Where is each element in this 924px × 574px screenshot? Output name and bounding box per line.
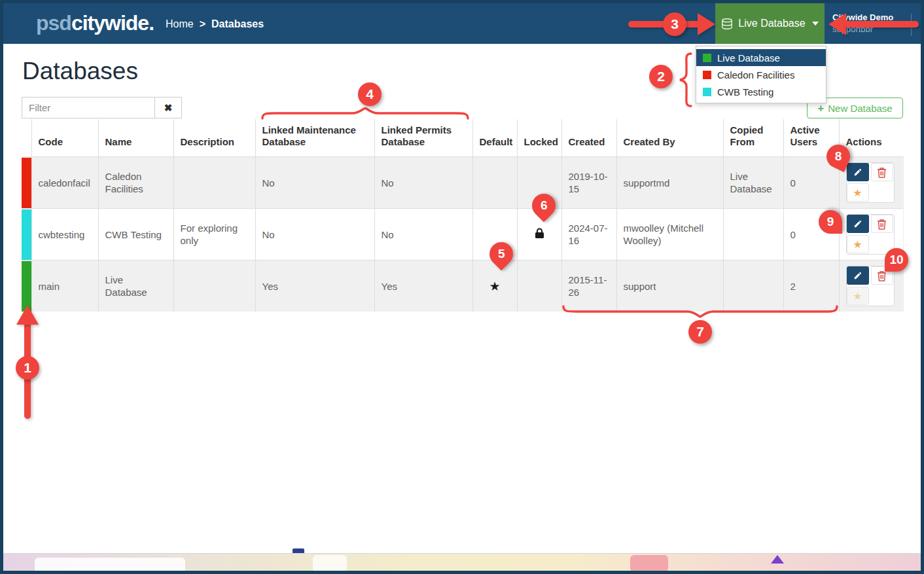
star-icon: ★	[853, 290, 862, 302]
plus-icon: +	[817, 103, 824, 114]
filter-input[interactable]	[22, 97, 155, 118]
cyan-swatch-icon	[703, 88, 711, 96]
page-title: Databases	[22, 58, 138, 85]
top-navbar: psdcitywide. Home>Databases Live Databas…	[3, 3, 921, 44]
callout-3-badge: 3	[663, 12, 686, 36]
databases-table: Code Name Description Linked Maintenance…	[22, 119, 904, 312]
breadcrumb-separator: >	[200, 18, 205, 29]
dropdown-item-label: Caledon Facilities	[717, 69, 794, 81]
callout-1-arrowhead	[16, 305, 39, 325]
callout-2-brace	[677, 52, 694, 107]
breadcrumb-home-link[interactable]: Home	[166, 18, 194, 29]
table-header-row: Code Name Description Linked Maintenance…	[22, 119, 903, 157]
cell-code: cwbtesting	[31, 209, 98, 260]
column-header-name: Name	[98, 119, 173, 157]
green-swatch-icon	[703, 54, 711, 62]
clear-filter-button[interactable]: ✖	[154, 97, 182, 118]
cell-linked-permits: No	[374, 209, 472, 260]
edit-button[interactable]	[847, 163, 869, 181]
lock-icon	[535, 228, 544, 239]
favorite-button[interactable]: ★	[847, 183, 869, 202]
delete-button[interactable]	[871, 215, 893, 233]
column-header-created: Created	[561, 119, 616, 157]
new-database-label: New Database	[828, 103, 892, 114]
app-window: psdcitywide. Home>Databases Live Databas…	[0, 0, 924, 574]
callout-3-right-arrowhead	[828, 13, 846, 35]
clear-x-icon: ✖	[164, 102, 173, 114]
cell-created: 2019-10-15	[561, 157, 616, 209]
database-dropdown-menu: Live Database Caledon Facilities CWB Tes…	[696, 46, 826, 103]
color-bar-column-header	[22, 119, 31, 157]
pencil-icon	[853, 271, 862, 280]
cell-created-by: supportmd	[616, 157, 723, 209]
cell-description: For exploring only	[173, 209, 255, 260]
cell-name: CWB Testing	[98, 209, 173, 260]
row-color-bar	[22, 209, 31, 260]
callout-1-badge: 1	[16, 356, 39, 380]
column-header-code: Code	[31, 119, 98, 157]
column-header-default: Default	[472, 119, 517, 157]
cell-linked-maintenance: No	[255, 157, 374, 209]
cell-linked-permits: Yes	[374, 260, 472, 312]
background-window-shape	[35, 558, 185, 573]
favorite-button-disabled[interactable]: ★	[847, 287, 869, 305]
chevron-down-icon	[812, 22, 819, 26]
red-swatch-icon	[703, 71, 711, 79]
column-header-linked-permits: Linked Permits Database	[374, 119, 472, 157]
callout-7-brace	[561, 304, 839, 319]
cell-copied-from: Live Database	[723, 157, 783, 209]
table-row-cwbtesting: cwbtesting CWB Testing For exploring onl…	[22, 209, 903, 260]
callout-9-pin: 9	[819, 210, 842, 234]
database-selector-button[interactable]: Live Database	[715, 3, 825, 44]
trash-icon	[877, 219, 887, 230]
callout-3-right-shaft	[844, 21, 919, 27]
cell-name: Live Database	[98, 260, 173, 312]
favorite-button[interactable]: ★	[847, 235, 869, 253]
edit-button[interactable]	[847, 215, 869, 233]
cell-name: Caledon Facilities	[98, 157, 173, 209]
cell-default	[472, 157, 517, 209]
cell-code: main	[31, 260, 98, 312]
cell-copied-from	[723, 209, 783, 260]
cell-code: caledonfacil	[31, 157, 98, 209]
cell-actions: ★	[839, 157, 903, 209]
trash-icon	[877, 167, 887, 178]
pencil-icon	[853, 219, 862, 228]
psd-citywide-logo: psdcitywide.	[36, 11, 154, 35]
pencil-icon	[853, 168, 862, 177]
edit-button[interactable]	[847, 266, 869, 285]
star-icon: ★	[853, 238, 862, 251]
column-header-copied-from: Copied From	[723, 119, 783, 157]
background-window-shape	[630, 555, 668, 572]
callout-2-badge: 2	[649, 65, 673, 88]
dropdown-item-label: Live Database	[717, 52, 780, 63]
callout-4-brace	[260, 107, 470, 120]
breadcrumb: Home>Databases	[166, 18, 264, 30]
database-selector-label: Live Database	[738, 18, 805, 29]
column-header-created-by: Created By	[616, 119, 723, 157]
desktop-strip	[3, 553, 921, 571]
callout-10-pin: 10	[885, 248, 908, 272]
cell-linked-maintenance: Yes	[255, 260, 374, 312]
column-header-locked: Locked	[517, 119, 561, 157]
trash-icon	[877, 270, 887, 281]
column-header-description: Description	[173, 119, 255, 157]
table-row-caledonfacil: caledonfacil Caledon Facilities No No 20…	[22, 157, 903, 209]
cell-description	[173, 260, 255, 312]
logo-main: citywide	[71, 11, 149, 35]
dropdown-item-live-database[interactable]: Live Database	[696, 49, 826, 66]
default-star-icon: ★	[480, 280, 510, 293]
dropdown-item-cwb-testing[interactable]: CWB Testing	[696, 83, 826, 100]
callout-7-badge: 7	[688, 320, 712, 344]
dropdown-item-label: CWB Testing	[717, 86, 773, 98]
background-cursor-shape	[771, 555, 784, 564]
row-color-bar	[22, 157, 31, 209]
star-icon: ★	[853, 187, 862, 199]
dropdown-item-caledon-facilities[interactable]: Caledon Facilities	[696, 66, 826, 83]
delete-button[interactable]	[871, 163, 893, 181]
cell-default: ★	[472, 260, 517, 312]
row-color-bar	[22, 260, 31, 312]
cell-locked	[517, 260, 561, 312]
logo-dot: .	[149, 11, 154, 35]
database-cylinder-icon	[721, 18, 733, 29]
